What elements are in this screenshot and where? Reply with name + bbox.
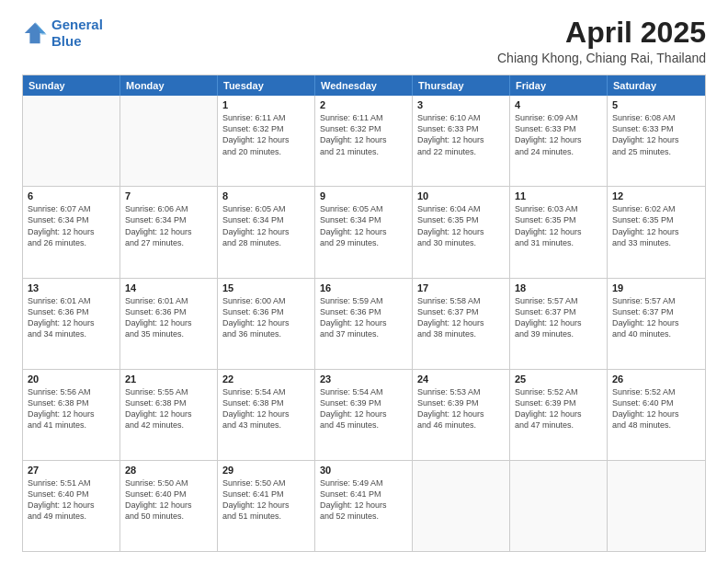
table-row — [413, 461, 510, 551]
table-row: 17Sunrise: 5:58 AM Sunset: 6:37 PM Dayli… — [413, 279, 510, 369]
day-info: Sunrise: 5:56 AM Sunset: 6:38 PM Dayligh… — [28, 386, 115, 431]
table-row — [510, 461, 608, 551]
day-info: Sunrise: 6:06 AM Sunset: 6:34 PM Dayligh… — [125, 203, 212, 248]
day-info: Sunrise: 5:55 AM Sunset: 6:38 PM Dayligh… — [125, 386, 212, 431]
table-row: 30Sunrise: 5:49 AM Sunset: 6:41 PM Dayli… — [315, 461, 413, 551]
table-row: 23Sunrise: 5:54 AM Sunset: 6:39 PM Dayli… — [315, 370, 413, 460]
day-number: 1 — [222, 99, 310, 110]
table-row: 26Sunrise: 5:52 AM Sunset: 6:40 PM Dayli… — [608, 370, 705, 460]
table-row: 12Sunrise: 6:02 AM Sunset: 6:35 PM Dayli… — [608, 187, 705, 277]
calendar: SundayMondayTuesdayWednesdayThursdayFrid… — [22, 75, 706, 552]
table-row: 13Sunrise: 6:01 AM Sunset: 6:36 PM Dayli… — [23, 279, 120, 369]
day-number: 13 — [28, 282, 115, 293]
table-row: 6Sunrise: 6:07 AM Sunset: 6:34 PM Daylig… — [23, 187, 120, 277]
day-info: Sunrise: 6:02 AM Sunset: 6:35 PM Dayligh… — [612, 203, 700, 248]
day-info: Sunrise: 5:52 AM Sunset: 6:39 PM Dayligh… — [515, 386, 602, 431]
table-row: 4Sunrise: 6:09 AM Sunset: 6:33 PM Daylig… — [510, 96, 608, 186]
day-number: 25 — [515, 373, 602, 385]
day-number: 9 — [320, 190, 407, 201]
day-info: Sunrise: 6:10 AM Sunset: 6:33 PM Dayligh… — [417, 112, 505, 157]
day-info: Sunrise: 6:11 AM Sunset: 6:32 PM Dayligh… — [222, 112, 310, 157]
day-number: 22 — [222, 373, 310, 385]
day-info: Sunrise: 5:57 AM Sunset: 6:37 PM Dayligh… — [612, 295, 700, 340]
day-number: 4 — [515, 99, 602, 110]
table-row: 21Sunrise: 5:55 AM Sunset: 6:38 PM Dayli… — [120, 370, 218, 460]
cal-header-tuesday: Tuesday — [218, 75, 315, 96]
calendar-body: 1Sunrise: 6:11 AM Sunset: 6:32 PM Daylig… — [23, 96, 705, 551]
calendar-week-5: 27Sunrise: 5:51 AM Sunset: 6:40 PM Dayli… — [23, 460, 705, 551]
page: General Blue April 2025 Chiang Khong, Ch… — [0, 0, 728, 563]
day-number: 16 — [320, 282, 407, 293]
table-row: 11Sunrise: 6:03 AM Sunset: 6:35 PM Dayli… — [510, 187, 608, 277]
day-number: 28 — [125, 465, 212, 476]
day-info: Sunrise: 6:01 AM Sunset: 6:36 PM Dayligh… — [28, 295, 115, 340]
day-info: Sunrise: 6:05 AM Sunset: 6:34 PM Dayligh… — [320, 203, 407, 248]
day-info: Sunrise: 6:05 AM Sunset: 6:34 PM Dayligh… — [222, 203, 310, 248]
table-row: 19Sunrise: 5:57 AM Sunset: 6:37 PM Dayli… — [608, 279, 705, 369]
day-info: Sunrise: 6:00 AM Sunset: 6:36 PM Dayligh… — [222, 295, 310, 340]
table-row: 18Sunrise: 5:57 AM Sunset: 6:37 PM Dayli… — [510, 279, 608, 369]
main-title: April 2025 — [497, 17, 706, 49]
day-info: Sunrise: 5:54 AM Sunset: 6:38 PM Dayligh… — [222, 386, 310, 431]
table-row: 24Sunrise: 5:53 AM Sunset: 6:39 PM Dayli… — [413, 370, 510, 460]
day-info: Sunrise: 6:04 AM Sunset: 6:35 PM Dayligh… — [417, 203, 505, 248]
cal-header-thursday: Thursday — [413, 75, 510, 96]
title-block: April 2025 Chiang Khong, Chiang Rai, Tha… — [497, 17, 706, 65]
table-row: 20Sunrise: 5:56 AM Sunset: 6:38 PM Dayli… — [23, 370, 120, 460]
cal-header-friday: Friday — [510, 75, 608, 96]
day-number: 17 — [417, 282, 505, 293]
cal-header-wednesday: Wednesday — [315, 75, 413, 96]
table-row: 14Sunrise: 6:01 AM Sunset: 6:36 PM Dayli… — [120, 279, 218, 369]
day-number: 5 — [612, 99, 700, 110]
header: General Blue April 2025 Chiang Khong, Ch… — [22, 17, 706, 65]
day-number: 14 — [125, 282, 212, 293]
day-info: Sunrise: 5:49 AM Sunset: 6:41 PM Dayligh… — [320, 477, 407, 523]
day-info: Sunrise: 5:53 AM Sunset: 6:39 PM Dayligh… — [417, 386, 505, 431]
calendar-header: SundayMondayTuesdayWednesdayThursdayFrid… — [23, 75, 705, 96]
table-row: 8Sunrise: 6:05 AM Sunset: 6:34 PM Daylig… — [218, 187, 315, 277]
day-info: Sunrise: 5:52 AM Sunset: 6:40 PM Dayligh… — [612, 386, 700, 431]
day-number: 27 — [28, 465, 115, 476]
table-row: 28Sunrise: 5:50 AM Sunset: 6:40 PM Dayli… — [120, 461, 218, 551]
table-row: 15Sunrise: 6:00 AM Sunset: 6:36 PM Dayli… — [218, 279, 315, 369]
day-number: 3 — [417, 99, 505, 110]
day-info: Sunrise: 6:03 AM Sunset: 6:35 PM Dayligh… — [515, 203, 602, 248]
calendar-week-2: 6Sunrise: 6:07 AM Sunset: 6:34 PM Daylig… — [23, 186, 705, 277]
table-row: 22Sunrise: 5:54 AM Sunset: 6:38 PM Dayli… — [218, 370, 315, 460]
day-number: 12 — [612, 190, 700, 201]
cal-header-sunday: Sunday — [23, 75, 120, 96]
day-info: Sunrise: 5:51 AM Sunset: 6:40 PM Dayligh… — [28, 477, 115, 523]
table-row — [23, 96, 120, 186]
table-row — [120, 96, 218, 186]
day-number: 26 — [612, 373, 700, 385]
day-info: Sunrise: 6:08 AM Sunset: 6:33 PM Dayligh… — [612, 112, 700, 157]
day-number: 30 — [320, 465, 407, 476]
day-info: Sunrise: 5:50 AM Sunset: 6:40 PM Dayligh… — [125, 477, 212, 523]
day-number: 18 — [515, 282, 602, 293]
logo: General Blue — [22, 17, 103, 50]
day-number: 23 — [320, 373, 407, 385]
logo-line1: General — [51, 17, 103, 33]
subtitle: Chiang Khong, Chiang Rai, Thailand — [497, 51, 706, 65]
table-row: 2Sunrise: 6:11 AM Sunset: 6:32 PM Daylig… — [315, 96, 413, 186]
table-row: 29Sunrise: 5:50 AM Sunset: 6:41 PM Dayli… — [218, 461, 315, 551]
logo-line2: Blue — [51, 33, 103, 50]
generalblue-logo-icon — [22, 20, 48, 46]
day-number: 2 — [320, 99, 407, 110]
day-number: 15 — [222, 282, 310, 293]
day-number: 24 — [417, 373, 505, 385]
day-info: Sunrise: 5:57 AM Sunset: 6:37 PM Dayligh… — [515, 295, 602, 340]
day-info: Sunrise: 5:50 AM Sunset: 6:41 PM Dayligh… — [222, 477, 310, 523]
calendar-week-1: 1Sunrise: 6:11 AM Sunset: 6:32 PM Daylig… — [23, 96, 705, 186]
table-row: 9Sunrise: 6:05 AM Sunset: 6:34 PM Daylig… — [315, 187, 413, 277]
day-number: 10 — [417, 190, 505, 201]
day-info: Sunrise: 5:58 AM Sunset: 6:37 PM Dayligh… — [417, 295, 505, 340]
table-row: 5Sunrise: 6:08 AM Sunset: 6:33 PM Daylig… — [608, 96, 705, 186]
calendar-week-4: 20Sunrise: 5:56 AM Sunset: 6:38 PM Dayli… — [23, 369, 705, 460]
table-row: 7Sunrise: 6:06 AM Sunset: 6:34 PM Daylig… — [120, 187, 218, 277]
day-info: Sunrise: 6:11 AM Sunset: 6:32 PM Dayligh… — [320, 112, 407, 157]
table-row: 16Sunrise: 5:59 AM Sunset: 6:36 PM Dayli… — [315, 279, 413, 369]
table-row: 3Sunrise: 6:10 AM Sunset: 6:33 PM Daylig… — [413, 96, 510, 186]
day-info: Sunrise: 6:09 AM Sunset: 6:33 PM Dayligh… — [515, 112, 602, 157]
day-number: 21 — [125, 373, 212, 385]
